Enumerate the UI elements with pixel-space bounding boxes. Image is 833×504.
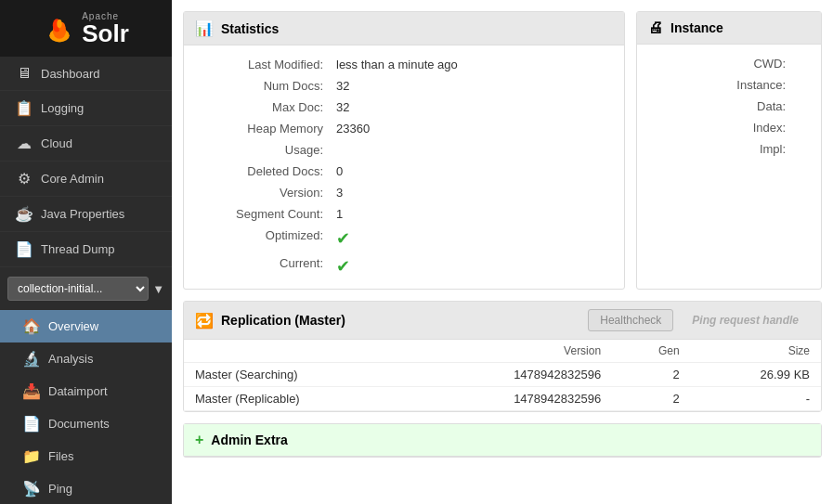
sidebar-item-ping[interactable]: 📡 Ping [0,472,172,504]
table-row: Data: [646,97,812,116]
solr-logo-text: Apache Solr [82,11,129,45]
collection-selector[interactable]: collection-initial... ▼ [7,277,164,301]
table-row: Max Doc: 32 [201,97,607,117]
instance-header: 🖨 Instance [637,12,821,45]
table-row: Master (Replicable) 1478942832596 2 - [184,387,821,411]
table-row: CWD: [646,54,812,73]
instance-icon: 🖨 [648,19,663,36]
replication-icon: 🔁 [195,312,214,330]
table-row: Current: ✔ [201,253,607,279]
statistics-icon: 📊 [195,19,214,37]
sidebar-item-thread-dump[interactable]: 📄 Thread Dump [0,232,172,267]
sidebar-item-java-properties[interactable]: ☕ Java Properties [0,197,172,232]
thread-dump-icon: 📄 [15,240,33,258]
table-row: Master (Searching) 1478942832596 2 26.99… [184,363,821,387]
table-row: Index: [646,118,812,137]
top-row: 📊 Statistics Last Modified: less than a … [183,11,822,290]
table-header-row: Version Gen Size [184,340,821,363]
sidebar-item-logging[interactable]: 📋 Logging [0,91,172,126]
sidebar: Apache Solr 🖥 Dashboard 📋 Logging ☁ Clou… [0,0,172,504]
admin-extra-header: + Admin Extra [184,424,821,457]
plus-icon: + [195,432,203,448]
sidebar-item-dataimport[interactable]: 📥 Dataimport [0,375,172,407]
table-row: Instance: [646,75,812,95]
collection-dropdown-icon: ▼ [152,282,164,296]
current-checkmark: ✔ [336,257,350,276]
table-row: Segment Count: 1 [201,204,607,224]
table-row: Deleted Docs: 0 [201,162,607,181]
sidebar-item-documents[interactable]: 📄 Documents [0,407,172,440]
table-row: Usage: [201,140,607,160]
cloud-icon: ☁ [15,135,33,152]
optimized-checkmark: ✔ [336,229,350,248]
sidebar-item-dashboard[interactable]: 🖥 Dashboard [0,57,172,91]
overview-icon: 🏠 [22,317,41,335]
files-icon: 📁 [22,447,41,465]
dataimport-icon: 📥 [22,382,41,400]
main-content: 📊 Statistics Last Modified: less than a … [172,0,833,504]
table-row: Version: 3 [201,183,607,202]
replication-panel: 🔁 Replication (Master) Healthcheck Ping … [183,301,822,412]
svg-point-4 [58,19,62,28]
ping-text: Ping request handle [681,310,810,330]
sidebar-item-analysis[interactable]: 🔬 Analysis [0,342,172,375]
table-row: Optimized: ✔ [201,226,607,252]
java-properties-icon: ☕ [15,205,33,223]
analysis-icon: 🔬 [22,350,41,368]
instance-table: CWD: Instance: Data: Index: Impl: [637,45,821,168]
statistics-panel: 📊 Statistics Last Modified: less than a … [183,11,625,290]
instance-panel: 🖨 Instance CWD: Instance: Data: Index: [636,11,822,290]
collection-select[interactable]: collection-initial... [7,277,149,301]
sidebar-item-overview[interactable]: 🏠 Overview [0,310,172,342]
table-row: Heap Memory 23360 [201,119,607,138]
documents-icon: 📄 [22,415,41,433]
sidebar-item-cloud[interactable]: ☁ Cloud [0,126,172,162]
replication-header: 🔁 Replication (Master) Healthcheck Ping … [184,302,821,340]
admin-extra-panel: + Admin Extra [183,423,822,458]
dashboard-icon: 🖥 [15,65,33,82]
table-row: Num Docs: 32 [201,76,607,96]
table-row: Impl: [646,139,812,159]
logo-area: Apache Solr [0,0,172,57]
ping-icon: 📡 [22,480,41,498]
sidebar-item-files[interactable]: 📁 Files [0,440,172,472]
table-row: Last Modified: less than a minute ago [201,55,607,74]
core-admin-icon: ⚙ [15,170,33,187]
logging-icon: 📋 [15,99,33,117]
statistics-header: 📊 Statistics [184,12,624,45]
solr-flame-icon [43,12,76,45]
sidebar-item-core-admin[interactable]: ⚙ Core Admin [0,162,172,197]
healthcheck-button[interactable]: Healthcheck [588,309,673,331]
replication-table: Version Gen Size Master (Searching) 1478… [184,340,821,411]
statistics-table: Last Modified: less than a minute ago Nu… [184,45,624,289]
